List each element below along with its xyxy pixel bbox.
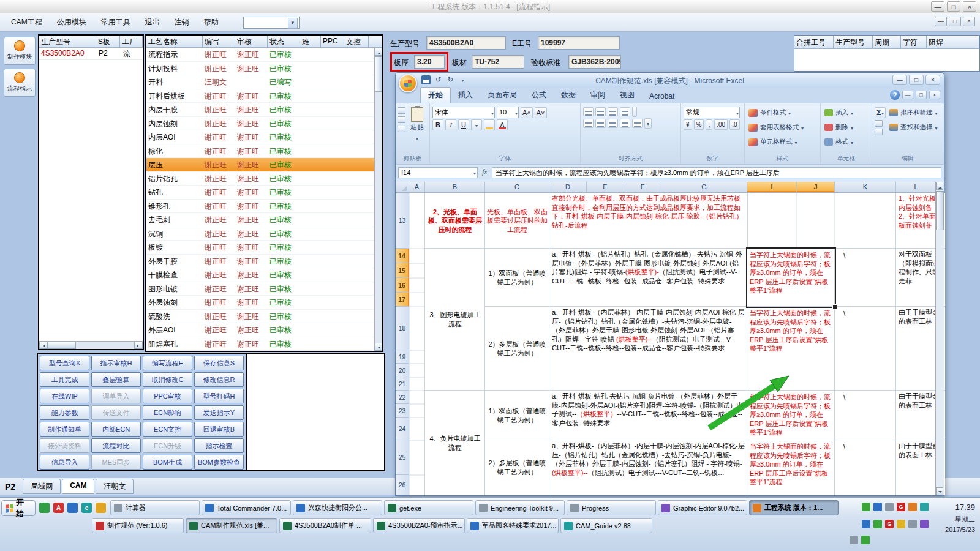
tray-icon[interactable] — [897, 520, 905, 528]
field-standard[interactable]: GJB362B-2009 — [568, 55, 621, 69]
row-header[interactable]: 14 — [396, 249, 409, 263]
cell-d22[interactable]: a、开料-烘板-钻孔-去钻污-沉铜-负片电镀-（外层菲林）外层干膜-内层蚀刻-外… — [549, 391, 747, 440]
column-header[interactable]: G — [662, 182, 747, 192]
menu-item[interactable]: 常用工具 — [94, 15, 138, 30]
quick-launch-icon[interactable] — [96, 503, 106, 513]
clear-icon[interactable] — [875, 129, 883, 135]
column-header[interactable]: J — [797, 182, 835, 192]
process-row[interactable]: 图形电镀 谢正旺 谢正旺 已审核 — [146, 282, 374, 296]
tray-icon[interactable]: G — [885, 520, 894, 528]
number-format-icon[interactable]: % — [694, 119, 704, 130]
workbook-restore-button[interactable]: □ — [916, 91, 927, 99]
horizontal-scrollbar[interactable] — [39, 341, 143, 349]
underline-button[interactable]: U — [458, 119, 469, 130]
row-header[interactable]: 15 — [396, 263, 409, 278]
process-row[interactable]: 硫酸洗 谢正旺 谢正旺 已审核 — [146, 310, 374, 324]
menu-item[interactable]: 注销 — [167, 15, 197, 30]
action-button[interactable]: 调单导入 — [91, 389, 141, 403]
number-format-icon[interactable]: ¥ — [684, 119, 692, 130]
autosum-icon[interactable]: Σ — [875, 107, 886, 118]
tray-icon[interactable] — [862, 503, 870, 511]
toolbar-combobox[interactable] — [243, 17, 300, 29]
tray-icon[interactable] — [861, 536, 870, 544]
column-header[interactable]: A — [409, 182, 425, 192]
taskbar-button[interactable]: Total Commander 7.0... — [202, 500, 291, 515]
row-header[interactable]: 18 — [396, 307, 409, 350]
process-row[interactable]: 棕化 谢正旺 谢正旺 已审核 — [146, 144, 374, 159]
process-row[interactable]: 开料 汪朝文 已编写 — [146, 75, 374, 89]
align-middle-icon[interactable] — [595, 107, 606, 116]
cell-k18[interactable]: \ — [835, 307, 896, 391]
row-header[interactable]: 13 — [396, 193, 409, 249]
bottom-tab[interactable]: 汪朝文 — [96, 479, 134, 494]
number-format-icon[interactable]: .00 — [714, 119, 728, 130]
cells-button[interactable]: 插入 — [823, 105, 869, 120]
scroll-right-icon[interactable] — [134, 342, 143, 349]
increase-indent-icon[interactable] — [632, 119, 643, 128]
menu-item[interactable]: 公用模块 — [50, 15, 94, 30]
select-all-corner[interactable] — [396, 182, 409, 192]
model-row[interactable]: 4S3500B2A0 P2 流 — [39, 48, 143, 60]
process-row[interactable]: 开料后烘板 谢正旺 谢正旺 已审核 — [146, 89, 374, 103]
action-button[interactable]: 传送文件 — [91, 405, 141, 420]
column-header[interactable]: 生产型号 — [834, 36, 873, 48]
close-button[interactable]: × — [963, 1, 976, 12]
row-header[interactable]: 21 — [396, 377, 409, 391]
action-button[interactable]: MES同步 — [91, 455, 141, 470]
tray-icon[interactable] — [862, 520, 870, 528]
copy-icon[interactable] — [398, 116, 405, 123]
merge-center-icon[interactable] — [644, 118, 652, 129]
editing-button[interactable]: 查找和选择 — [888, 120, 939, 135]
quick-launch-icon[interactable] — [67, 503, 78, 513]
start-button[interactable]: 开始 — [1, 500, 36, 516]
taskbar-button[interactable]: CAM_Guide v2.88 — [560, 518, 652, 533]
process-row[interactable]: 阻焊塞孔 谢正旺 谢正旺 已审核 — [146, 337, 374, 351]
column-header[interactable]: 文控 — [344, 36, 369, 47]
action-button[interactable]: 能力参数 — [40, 405, 89, 420]
row-header[interactable]: 22 — [396, 391, 409, 404]
align-top-icon[interactable] — [583, 107, 594, 116]
excel-titlebar[interactable]: ↺ ↻ CAM制作规范.xls [兼容模式] - Microsoft Excel… — [396, 73, 944, 88]
action-button[interactable]: 发送指示Y — [194, 405, 244, 420]
tray-icon[interactable] — [850, 536, 858, 544]
tray-icon[interactable] — [873, 520, 882, 528]
align-bottom-icon[interactable] — [608, 107, 618, 116]
borders-icon[interactable] — [471, 119, 482, 130]
scroll-down-icon[interactable] — [936, 487, 943, 495]
bottom-tab[interactable]: 局域网 — [23, 479, 61, 494]
action-button[interactable]: 内部ECN — [91, 422, 141, 437]
column-header[interactable]: 审核 — [235, 36, 268, 47]
tray-icon[interactable] — [920, 503, 929, 511]
cell-k25[interactable]: \ — [835, 440, 896, 495]
editing-button[interactable]: 排序和筛选 — [888, 105, 939, 120]
action-button[interactable]: 修改信息R — [194, 372, 244, 387]
tray-icon[interactable] — [908, 503, 917, 511]
column-header[interactable]: F — [624, 182, 662, 192]
scroll-down-icon[interactable] — [375, 343, 382, 351]
quick-launch-icon[interactable]: A — [53, 503, 64, 513]
column-header[interactable]: 编写 — [203, 36, 235, 47]
cell-d14[interactable]: a、开料-烘板-（铝片钻孔）钻孔（金属化铣槽）-去钻污-沉铜-外层电镀-（外层菲… — [549, 249, 747, 307]
column-header[interactable]: 周期 — [873, 36, 901, 48]
mdi-minimize-button[interactable]: — — [935, 17, 947, 26]
bold-button[interactable]: B — [432, 119, 443, 130]
excel-close-button[interactable]: × — [925, 75, 940, 85]
cell-b14[interactable]: 3、图形电镀加工流程 — [425, 249, 485, 391]
taskbar-button[interactable]: 制作规范 (Ver:1.0.6) — [92, 518, 184, 533]
column-header[interactable]: 状态 — [268, 36, 300, 47]
menu-item[interactable]: 帮助 — [197, 15, 226, 30]
action-button[interactable]: 指示审核H — [91, 356, 141, 370]
row-header[interactable]: 26 — [396, 475, 409, 495]
mdi-restore-button[interactable]: □ — [949, 17, 961, 26]
taskbar-button[interactable]: get.exe — [384, 500, 473, 515]
format-painter-icon[interactable] — [398, 126, 405, 132]
cell-b13[interactable]: 2、光板、单面板、双面板需要层压时的流程 — [425, 193, 485, 249]
tray-icon[interactable] — [885, 503, 894, 511]
excel-vertical-scrollbar[interactable] — [935, 182, 944, 495]
column-header[interactable]: K — [835, 182, 896, 192]
number-format-icon[interactable]: .0 — [729, 119, 739, 130]
mdi-close-button[interactable]: × — [963, 17, 975, 26]
scrollbar-thumb[interactable] — [48, 342, 76, 349]
action-button[interactable]: ECN升级 — [143, 438, 192, 453]
action-button[interactable]: 型号查询X — [40, 356, 89, 370]
